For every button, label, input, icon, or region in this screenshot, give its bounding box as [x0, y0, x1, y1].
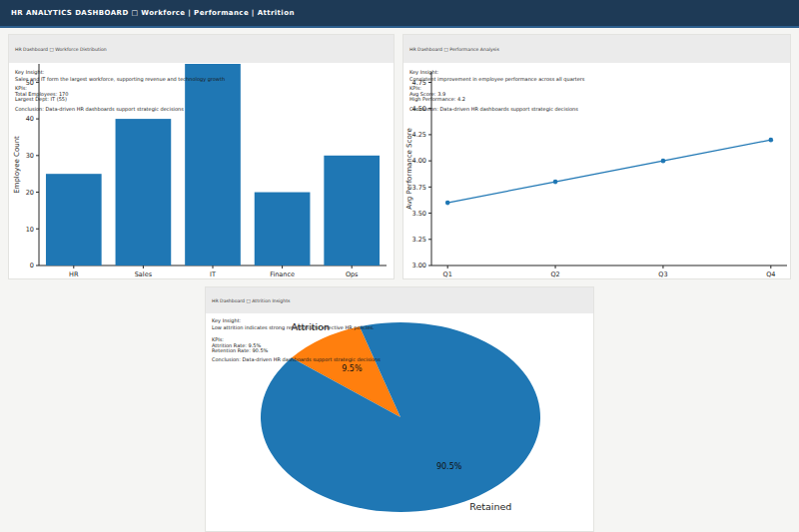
bar-it: [185, 64, 241, 266]
workforce-card-titlebar: HR Dashboard □ Workforce Distribution: [9, 35, 394, 63]
y-tick-label: 30: [26, 152, 34, 160]
y-tick-label: 50: [26, 79, 34, 87]
bar-sales: [116, 119, 172, 266]
data-point-q2: [553, 180, 558, 185]
performance-card: HR Dashboard □ Performance Analysis 3.00…: [402, 34, 791, 279]
x-tick-label: Finance: [270, 270, 295, 278]
x-tick-label: Q3: [658, 270, 667, 278]
attrition-pie-chart: 9.5%Attrition90.5%Retained: [206, 313, 593, 531]
attrition-card: HR Dashboard □ Attrition Insights 9.5%At…: [205, 286, 594, 532]
bar-ops: [324, 156, 380, 266]
y-tick-label: 0: [30, 262, 34, 269]
app-header: HR ANALYTICS DASHBOARD □ Workforce | Per…: [0, 0, 799, 28]
pie-slice-label: Retained: [469, 501, 511, 512]
performance-line-chart: 3.003.253.503.754.004.254.504.75Q1Q2Q3Q4…: [403, 63, 790, 278]
x-tick-label: Ops: [346, 270, 359, 278]
y-axis-label: Avg Performance Score: [405, 128, 413, 209]
y-tick-label: 3.25: [412, 236, 426, 244]
y-tick-label: 10: [26, 226, 34, 234]
x-tick-label: Q1: [443, 270, 452, 278]
x-tick-label: Sales: [135, 270, 153, 278]
y-tick-label: 4.25: [412, 131, 426, 139]
x-tick-label: IT: [210, 270, 216, 278]
y-axis-label: Employee Count: [13, 136, 21, 194]
data-point-q4: [769, 138, 774, 143]
y-tick-label: 20: [26, 189, 34, 197]
pie-percent-label: 9.5%: [342, 364, 363, 373]
performance-line: [447, 140, 771, 203]
y-tick-label: 3.00: [412, 262, 426, 269]
data-point-q3: [661, 159, 666, 164]
y-tick-label: 3.50: [412, 210, 426, 218]
performance-card-titlebar: HR Dashboard □ Performance Analysis: [403, 35, 790, 63]
workforce-card-title: HR Dashboard □ Workforce Distribution: [15, 47, 107, 52]
workforce-card: HR Dashboard □ Workforce Distribution 01…: [8, 34, 395, 279]
pie-percent-label: 90.5%: [436, 462, 462, 471]
attrition-card-title: HR Dashboard □ Attrition Insights: [212, 298, 290, 303]
y-tick-label: 40: [26, 115, 34, 123]
pie-slice-label: Attrition: [291, 321, 330, 332]
y-tick-label: 4.00: [412, 157, 426, 165]
y-tick-label: 4.50: [412, 105, 426, 113]
app-title: HR ANALYTICS DASHBOARD □ Workforce | Per…: [11, 9, 295, 17]
bar-finance: [255, 193, 311, 266]
attrition-card-titlebar: HR Dashboard □ Attrition Insights: [206, 287, 593, 313]
performance-card-title: HR Dashboard □ Performance Analysis: [409, 47, 499, 52]
workforce-bar-chart: 01020304050HRSalesITFinanceOpsEmployee C…: [9, 63, 394, 278]
bar-hr: [46, 174, 102, 266]
x-tick-label: Q4: [766, 270, 775, 278]
x-tick-label: Q2: [550, 270, 559, 278]
x-tick-label: HR: [69, 270, 79, 278]
data-point-q1: [445, 201, 450, 206]
y-tick-label: 4.75: [412, 79, 426, 87]
y-tick-label: 3.75: [412, 184, 426, 192]
